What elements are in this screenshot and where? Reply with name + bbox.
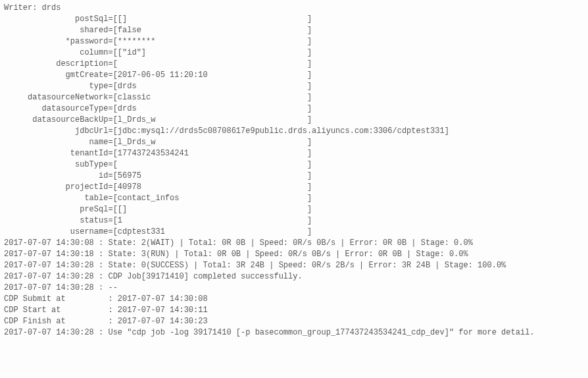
- log-output: Writer: drds postSql=[[] ] shared=[false…: [0, 0, 588, 341]
